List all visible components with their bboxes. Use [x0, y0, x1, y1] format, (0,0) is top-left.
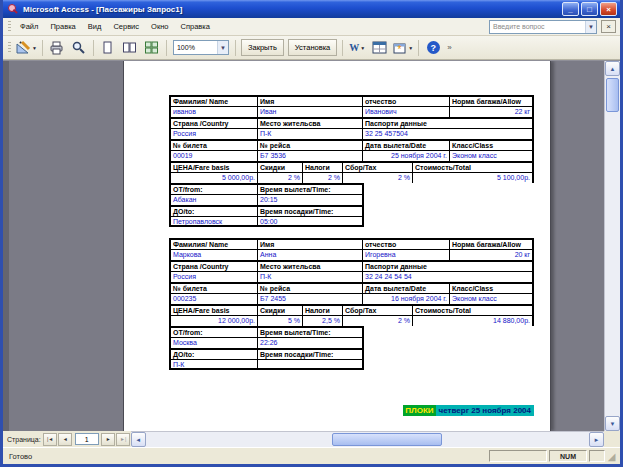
close-button[interactable]: ×: [600, 2, 617, 16]
passenger-ticket-card: Фамилия/ NameИмяотчествоНорма багажа/All…: [169, 238, 534, 370]
field-value: Россия: [169, 271, 257, 282]
database-window-button[interactable]: [369, 38, 389, 57]
restore-button[interactable]: □: [581, 2, 598, 16]
field-label: Страна /Country: [169, 117, 257, 128]
field-value: 12 000,00р.: [169, 315, 257, 326]
field-value: 2 %: [257, 172, 302, 183]
field-value: Петропавловск: [169, 216, 257, 227]
field-label: № рейса: [257, 139, 362, 150]
report-value-row: П-К: [169, 359, 534, 370]
page-nav-label: Страница:: [7, 436, 41, 443]
resize-grip-icon[interactable]: ◢: [605, 450, 618, 463]
scroll-down-button[interactable]: ▼: [605, 416, 620, 431]
design-view-button[interactable]: ▼: [15, 38, 38, 57]
office-links-button[interactable]: W▼: [347, 38, 367, 57]
field-value: 2 %: [342, 172, 412, 183]
report-value-row: 00019Б7 353625 ноября 2004 г.Эконом клас…: [169, 150, 534, 161]
child-window-close-button[interactable]: ×: [601, 20, 616, 33]
report-value-row: Петропавловск05:00: [169, 216, 534, 227]
field-label: Паспорти данные: [362, 117, 534, 128]
report-page[interactable]: Фамилия/ NameИмяотчествоНорма багажа/All…: [123, 61, 551, 431]
status-panel: [489, 450, 547, 462]
field-label: Сбор/Tax: [342, 161, 412, 172]
field-label: ДО/to:: [169, 205, 257, 216]
multiple-pages-button[interactable]: [142, 38, 162, 57]
page-number-input[interactable]: [75, 433, 99, 445]
multiple-pages-icon: [144, 40, 159, 55]
report-value-row: РоссияП-К32 24 24 54 54: [169, 271, 534, 282]
page-setup-button[interactable]: Установка: [288, 39, 337, 56]
ask-question-box[interactable]: Введите вопрос ▼: [489, 20, 597, 34]
first-page-button[interactable]: |◄: [43, 433, 57, 446]
zoom-value: 100%: [174, 44, 217, 51]
field-label: Дата вылета/Date: [362, 282, 449, 293]
field-value: 5 000,00р.: [169, 172, 257, 183]
two-pages-icon: [122, 40, 137, 55]
last-page-button[interactable]: ►|: [116, 433, 130, 446]
field-label: отчество: [362, 95, 449, 106]
close-preview-button[interactable]: Закрыть: [241, 39, 284, 56]
field-value: 2,5 %: [302, 315, 342, 326]
field-label: Норма багажа/Allow: [449, 95, 534, 106]
scroll-left-button[interactable]: ◄: [131, 432, 146, 447]
menu-item-справка[interactable]: Справка: [175, 20, 216, 33]
report-value-row: Москва22:26: [169, 337, 534, 348]
two-pages-button[interactable]: [120, 38, 140, 57]
horizontal-scroll-thumb[interactable]: [332, 433, 442, 446]
previous-page-button[interactable]: ◄: [58, 433, 72, 446]
menu-item-файл[interactable]: Файл: [14, 20, 44, 33]
field-label: № билета: [169, 139, 257, 150]
zoom-combobox[interactable]: 100% ▼: [173, 40, 229, 55]
scroll-up-button[interactable]: ▲: [605, 61, 620, 76]
report-value-row: МарковаАннаИгоревна20 кг: [169, 249, 534, 260]
print-button[interactable]: [47, 38, 67, 57]
report-header-row: Фамилия/ NameИмяотчествоНорма багажа/All…: [169, 95, 534, 106]
vertical-scrollbar[interactable]: ▲ ▼: [604, 61, 620, 431]
field-label: Стоимость/Total: [412, 161, 534, 172]
menu-item-правка[interactable]: Правка: [44, 20, 81, 33]
help-button[interactable]: ?: [423, 38, 443, 57]
menu-item-вид[interactable]: Вид: [82, 20, 108, 33]
report-value-row: ивановИванИванович22 кг: [169, 106, 534, 117]
next-page-button[interactable]: ►: [101, 433, 115, 446]
field-value: 20:15: [257, 194, 364, 205]
horizontal-scrollbar[interactable]: ◄ ►: [131, 431, 604, 447]
field-value: П-К: [257, 271, 362, 282]
vertical-scroll-track[interactable]: [605, 76, 620, 416]
field-label: Фамилия/ Name: [169, 95, 257, 106]
zoom-button[interactable]: [69, 38, 89, 57]
report-value-row: 000235Б7 245516 ноября 2004 г.Эконом кла…: [169, 293, 534, 304]
menu-item-окно[interactable]: Окно: [145, 20, 174, 33]
new-object-button[interactable]: * ▼: [391, 38, 414, 57]
help-icon: ?: [427, 41, 440, 54]
menu-bar: ФайлПравкаВидСервисОкноСправка Введите в…: [3, 18, 620, 36]
report-header-row: ДО/to:Время посадки/Time:: [169, 348, 534, 359]
menu-grip[interactable]: [8, 21, 11, 33]
printer-icon: [49, 40, 64, 55]
field-label: Страна /Country: [169, 260, 257, 271]
horizontal-scroll-track[interactable]: [146, 432, 589, 447]
page-navigation: Страница: |◄ ◄ ► ►|: [3, 431, 131, 447]
report-header-row: Страна /CountryМесто жительсваПаспорти д…: [169, 117, 534, 128]
minimize-button[interactable]: _: [562, 2, 579, 16]
report-value-row: 5 000,00р.2 %2 %2 %5 100,00р.: [169, 172, 534, 183]
field-value: Б7 2455: [257, 293, 362, 304]
chevron-down-icon[interactable]: ▼: [585, 21, 596, 33]
toolbar-overflow-chevron[interactable]: »: [444, 43, 454, 52]
footer-date-text: четверг 25 ноября 2004: [436, 405, 534, 416]
field-label: Класс/Class: [449, 282, 534, 293]
toolbar-grip[interactable]: [8, 42, 11, 54]
report-header-row: Фамилия/ NameИмяотчествоНорма багажа/All…: [169, 238, 534, 249]
field-label: Класс/Class: [449, 139, 534, 150]
one-page-button[interactable]: [98, 38, 118, 57]
report-header-row: ОТ/from:Время вылета/Time:: [169, 183, 534, 194]
access-window: Microsoft Access - [Пассажиры Запрос1] _…: [0, 0, 623, 467]
field-label: отчество: [362, 238, 449, 249]
chevron-down-icon[interactable]: ▼: [217, 41, 228, 54]
field-value: Иван: [257, 106, 362, 117]
field-label: Налоги: [302, 304, 342, 315]
scroll-right-button[interactable]: ►: [589, 432, 604, 447]
menu-item-сервис[interactable]: Сервис: [107, 20, 145, 33]
vertical-scroll-thumb[interactable]: [606, 78, 619, 112]
bottom-bar: Страница: |◄ ◄ ► ►| ◄ ►: [3, 431, 620, 447]
